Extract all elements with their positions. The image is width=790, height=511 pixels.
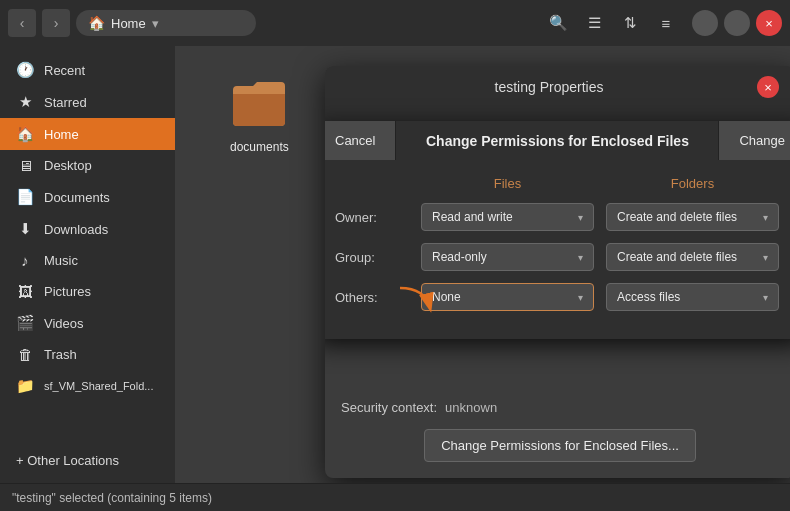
videos-icon: 🎬 (16, 314, 34, 332)
file-manager-window: ‹ › 🏠 Home ▾ 🔍 ☰ ⇅ ≡ − □ × 🕐 Recent (0, 0, 790, 511)
group-folders-select[interactable]: Create and delete files ▾ (606, 243, 779, 271)
properties-dialog: testing Properties × Basic Permissions L… (325, 66, 790, 478)
owner-files-arrow-icon: ▾ (578, 212, 583, 223)
shared-icon: 📁 (16, 377, 34, 395)
sidebar-label-pictures: Pictures (44, 284, 91, 299)
pictures-icon: 🖼 (16, 283, 34, 300)
documents-folder-icon (229, 74, 289, 134)
downloads-icon: ⬇ (16, 220, 34, 238)
dialog-body: Owner: Me Cancel Change Permissions for … (325, 146, 790, 478)
documents-icon: 📄 (16, 188, 34, 206)
group-files-arrow-icon: ▾ (578, 252, 583, 263)
maximize-button[interactable]: □ (724, 10, 750, 36)
menu-button[interactable]: ≡ (650, 9, 682, 37)
top-bar: ‹ › 🏠 Home ▾ 🔍 ☰ ⇅ ≡ − □ × (0, 0, 790, 46)
inner-modal: Cancel Change Permissions for Enclosed F… (325, 121, 790, 339)
top-bar-actions: 🔍 ☰ ⇅ ≡ (542, 9, 682, 37)
others-files-select[interactable]: None ▾ (421, 283, 594, 311)
inner-change-button[interactable]: Change (718, 121, 790, 160)
window-controls: − □ × (692, 10, 782, 36)
other-locations-label: + Other Locations (16, 453, 119, 468)
sidebar-label-trash: Trash (44, 347, 77, 362)
sidebar-item-downloads[interactable]: ⬇ Downloads (0, 213, 175, 245)
group-files-select[interactable]: Read-only ▾ (421, 243, 594, 271)
perm-row-group: Group: Read-only ▾ Create and delete fil… (335, 243, 785, 271)
security-context-label: Security context: (341, 400, 437, 415)
back-button[interactable]: ‹ (8, 9, 36, 37)
others-perm-label: Others: (335, 290, 415, 305)
inner-modal-body: Files Folders Owner: Read and write ▾ (325, 160, 790, 339)
sidebar-item-desktop[interactable]: 🖥 Desktop (0, 150, 175, 181)
window-close-button[interactable]: × (756, 10, 782, 36)
sidebar-label-downloads: Downloads (44, 222, 108, 237)
starred-icon: ★ (16, 93, 34, 111)
perm-headers: Files Folders (335, 176, 785, 191)
sidebar-item-recent[interactable]: 🕐 Recent (0, 54, 175, 86)
sidebar-item-other-locations[interactable]: + Other Locations (0, 446, 175, 475)
home-sidebar-icon: 🏠 (16, 125, 34, 143)
sidebar-item-music[interactable]: ♪ Music (0, 245, 175, 276)
sort-button[interactable]: ⇅ (614, 9, 646, 37)
others-files-arrow-icon: ▾ (578, 292, 583, 303)
security-row: Security context: unknown (341, 400, 779, 415)
home-icon: 🏠 (88, 15, 105, 31)
group-folders-arrow-icon: ▾ (763, 252, 768, 263)
others-folders-value: Access files (617, 290, 680, 304)
forward-button[interactable]: › (42, 9, 70, 37)
desktop-icon: 🖥 (16, 157, 34, 174)
others-folders-arrow-icon: ▾ (763, 292, 768, 303)
owner-files-select[interactable]: Read and write ▾ (421, 203, 594, 231)
sidebar-label-music: Music (44, 253, 78, 268)
sidebar-item-starred[interactable]: ★ Starred (0, 86, 175, 118)
group-folders-value: Create and delete files (617, 250, 737, 264)
content-area: 🕐 Recent ★ Starred 🏠 Home 🖥 Desktop 📄 Do… (0, 46, 790, 483)
sidebar-label-videos: Videos (44, 316, 84, 331)
others-folders-select[interactable]: Access files ▾ (606, 283, 779, 311)
trash-icon: 🗑 (16, 346, 34, 363)
search-button[interactable]: 🔍 (542, 9, 574, 37)
file-browser: documents ⬇ Downloads (175, 46, 790, 483)
owner-files-value: Read and write (432, 210, 513, 224)
music-icon: ♪ (16, 252, 34, 269)
file-item-documents[interactable]: documents (195, 66, 324, 162)
view-list-button[interactable]: ☰ (578, 9, 610, 37)
group-perm-label: Group: (335, 250, 415, 265)
perm-row-others: Others: None ▾ Access files ▾ (335, 283, 785, 311)
files-column-header: Files (415, 176, 600, 191)
group-files-value: Read-only (432, 250, 487, 264)
sidebar-item-trash[interactable]: 🗑 Trash (0, 339, 175, 370)
owner-folders-arrow-icon: ▾ (763, 212, 768, 223)
sidebar-label-starred: Starred (44, 95, 87, 110)
sidebar-label-home: Home (44, 127, 79, 142)
perm-row-owner: Owner: Read and write ▾ Create and delet… (335, 203, 785, 231)
sidebar-label-recent: Recent (44, 63, 85, 78)
sidebar: 🕐 Recent ★ Starred 🏠 Home 🖥 Desktop 📄 Do… (0, 46, 175, 483)
inner-modal-header: Cancel Change Permissions for Enclosed F… (325, 121, 790, 160)
sidebar-item-documents[interactable]: 📄 Documents (0, 181, 175, 213)
change-perms-button[interactable]: Change Permissions for Enclosed Files... (424, 429, 696, 462)
sidebar-label-desktop: Desktop (44, 158, 92, 173)
inner-cancel-button[interactable]: Cancel (325, 121, 396, 160)
location-bar[interactable]: 🏠 Home ▾ (76, 10, 256, 36)
owner-folders-select[interactable]: Create and delete files ▾ (606, 203, 779, 231)
sidebar-item-videos[interactable]: 🎬 Videos (0, 307, 175, 339)
location-arrow-icon: ▾ (152, 16, 159, 31)
sidebar-item-shared[interactable]: 📁 sf_VM_Shared_Fold... (0, 370, 175, 402)
recent-icon: 🕐 (16, 61, 34, 79)
sidebar-item-home[interactable]: 🏠 Home (0, 118, 175, 150)
dialog-title-bar: testing Properties × (325, 66, 790, 108)
documents-folder-label: documents (230, 140, 289, 154)
minimize-button[interactable]: − (692, 10, 718, 36)
sidebar-label-documents: Documents (44, 190, 110, 205)
folders-column-header: Folders (600, 176, 785, 191)
owner-perm-label: Owner: (335, 210, 415, 225)
others-files-value: None (432, 290, 461, 304)
sidebar-item-pictures[interactable]: 🖼 Pictures (0, 276, 175, 307)
location-label: Home (111, 16, 146, 31)
sidebar-label-shared: sf_VM_Shared_Fold... (44, 380, 153, 392)
dialog-close-button[interactable]: × (757, 76, 779, 98)
dialog-title: testing Properties (341, 79, 757, 95)
inner-modal-title: Change Permissions for Enclosed Files (396, 133, 718, 149)
owner-folders-value: Create and delete files (617, 210, 737, 224)
security-context-value: unknown (445, 400, 497, 415)
